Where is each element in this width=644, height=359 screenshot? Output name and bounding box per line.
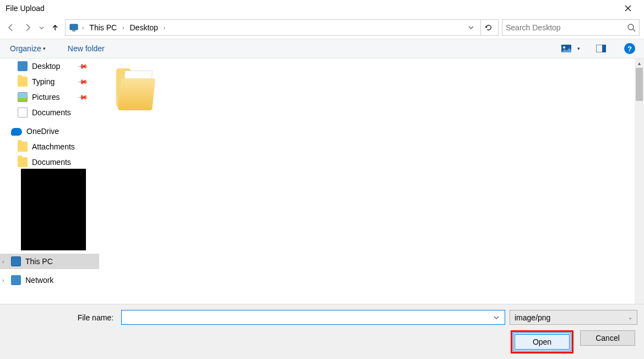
pin-icon: 📌 [77, 61, 89, 72]
chevron-down-icon: ▾ [43, 46, 46, 51]
filter-label: image/png [515, 313, 628, 322]
view-mode-button[interactable] [559, 41, 574, 56]
chevron-down-icon[interactable]: ▾ [577, 46, 580, 51]
sidebar-item-attachments[interactable]: Attachments [0, 139, 99, 154]
open-label: Open [533, 337, 551, 346]
breadcrumb-item-desktop[interactable]: Desktop [127, 23, 160, 32]
breadcrumb-item-thispc[interactable]: This PC [87, 23, 119, 32]
arrow-up-icon [51, 24, 59, 31]
breadcrumb-caret-icon: › [81, 25, 85, 31]
organize-label: Organize [10, 44, 41, 53]
preview-pane-icon [596, 45, 606, 52]
sidebar-item-onedrive[interactable]: OneDrive [0, 124, 99, 139]
cancel-label: Cancel [596, 334, 620, 342]
thispc-icon [69, 23, 79, 33]
up-button[interactable] [48, 21, 62, 34]
open-button[interactable]: Open [515, 334, 570, 350]
sidebar-item-label: Desktop [32, 62, 60, 71]
bottom-panel: File name: image/png ⌄ Open Cancel [0, 304, 644, 359]
content-scrollbar[interactable]: ▴ [635, 58, 644, 304]
help-icon: ? [624, 43, 635, 54]
address-bar[interactable]: › This PC › Desktop › [65, 19, 499, 36]
sidebar[interactable]: Desktop 📌 Typing 📌 Pictures 📌 Documents … [0, 58, 99, 304]
window-title: File Upload [6, 4, 616, 13]
back-button[interactable] [4, 21, 18, 34]
network-icon [11, 275, 21, 285]
pictures-icon [18, 92, 28, 102]
recent-dropdown[interactable] [37, 21, 45, 34]
sidebar-item-label: Pictures [32, 93, 60, 101]
forward-button[interactable] [21, 21, 34, 34]
desktop-icon [18, 61, 28, 71]
sidebar-item-label: Documents [32, 108, 71, 117]
new-folder-button[interactable]: New folder [64, 42, 108, 55]
sidebar-item-label: Documents [32, 158, 71, 167]
sidebar-item-documents[interactable]: Documents [0, 105, 99, 120]
scroll-up-icon[interactable]: ▴ [635, 58, 644, 68]
close-icon [625, 5, 631, 12]
filename-dropdown[interactable] [491, 310, 501, 324]
nav-row: › This PC › Desktop › [0, 17, 644, 39]
filename-input[interactable] [125, 313, 491, 322]
content-pane[interactable]: ▴ [99, 58, 644, 304]
filename-combobox[interactable] [121, 310, 505, 325]
svg-point-2 [628, 24, 634, 30]
sidebar-item-network[interactable]: › Network [0, 272, 99, 288]
search-input[interactable] [506, 23, 627, 32]
svg-rect-0 [70, 24, 78, 30]
scrollbar-thumb[interactable] [636, 68, 643, 101]
file-item-folder[interactable] [111, 68, 160, 111]
folder-icon [114, 68, 157, 111]
svg-rect-6 [602, 45, 606, 52]
chevron-down-icon: ⌄ [628, 314, 632, 320]
pin-icon: 📌 [77, 76, 89, 88]
thispc-icon [11, 256, 21, 266]
title-bar: File Upload [0, 0, 644, 17]
chevron-right-icon: › [2, 277, 4, 283]
folder-icon [18, 142, 28, 152]
organize-menu[interactable]: Organize ▾ [7, 42, 49, 55]
folder-icon [18, 157, 28, 167]
sidebar-item-label: Typing [32, 77, 55, 86]
documents-icon [18, 108, 28, 117]
file-type-filter[interactable]: image/png ⌄ [510, 310, 637, 325]
chevron-down-icon [468, 25, 474, 30]
refresh-icon [485, 24, 493, 31]
sidebar-item-label: This PC [25, 257, 53, 266]
sidebar-item-onedrive-documents[interactable]: Documents [0, 154, 99, 170]
open-button-highlight: Open [511, 330, 573, 353]
chevron-down-icon [494, 315, 499, 320]
svg-rect-1 [72, 30, 75, 31]
onedrive-icon [11, 128, 22, 136]
close-button[interactable] [616, 0, 640, 17]
sidebar-item-typing[interactable]: Typing 📌 [0, 74, 99, 89]
main-area: Desktop 📌 Typing 📌 Pictures 📌 Documents … [0, 58, 644, 304]
preview-pane-button[interactable] [593, 41, 609, 56]
refresh-button[interactable] [480, 20, 496, 35]
sidebar-item-pictures[interactable]: Pictures 📌 [0, 89, 99, 105]
toolbar: Organize ▾ New folder ▾ ? [0, 39, 644, 58]
breadcrumb-caret-icon: › [121, 25, 125, 31]
cancel-button[interactable]: Cancel [580, 330, 635, 346]
breadcrumb-caret-icon: › [163, 25, 166, 31]
chevron-right-icon: › [2, 259, 4, 265]
picture-view-icon [561, 45, 571, 52]
sidebar-item-thispc[interactable]: › This PC [0, 254, 99, 269]
redacted-area [21, 169, 86, 250]
chevron-down-icon [39, 25, 44, 30]
folder-icon [18, 77, 28, 87]
arrow-right-icon [23, 23, 32, 32]
svg-point-4 [563, 46, 565, 49]
address-history-dropdown[interactable] [466, 25, 476, 30]
help-button[interactable]: ? [622, 41, 637, 56]
search-box[interactable] [502, 19, 640, 36]
search-icon [627, 23, 636, 32]
sidebar-item-desktop[interactable]: Desktop 📌 [0, 58, 99, 74]
filename-label: File name: [7, 313, 117, 322]
sidebar-item-label: Network [25, 276, 53, 285]
pin-icon: 📌 [77, 92, 89, 103]
arrow-left-icon [7, 23, 15, 32]
sidebar-item-label: OneDrive [26, 127, 59, 136]
sidebar-item-label: Attachments [32, 142, 75, 151]
new-folder-label: New folder [68, 44, 105, 53]
